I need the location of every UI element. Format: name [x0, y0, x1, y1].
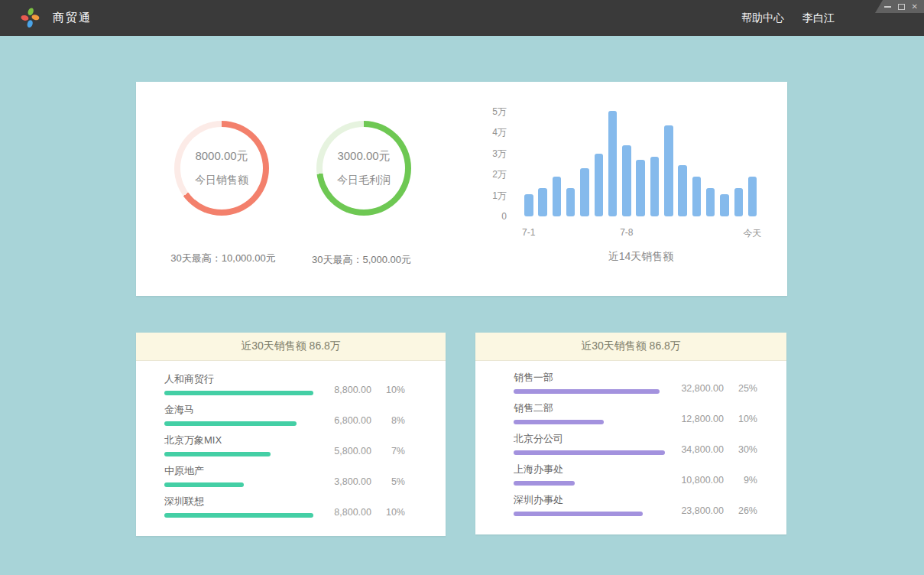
row-name: 销售一部	[514, 370, 757, 384]
row-values: 8,800.0010%	[334, 507, 405, 518]
row-values: 34,800.0030%	[681, 444, 757, 455]
app-title: 商贸通	[53, 11, 92, 25]
row-bar	[514, 481, 575, 486]
y-axis-tick: 1万	[465, 190, 507, 201]
titlebar: 商贸通 帮助中心 李白江 ✕	[0, 0, 924, 36]
sales-bar-day-14	[706, 188, 715, 216]
app-logo-pinwheel-icon	[20, 7, 41, 29]
x-axis-tick: 7-8	[620, 227, 633, 238]
row-percent: 25%	[733, 383, 757, 394]
y-axis-tick: 2万	[465, 169, 507, 180]
list-row: 销售一部32,800.0025%	[514, 370, 757, 401]
row-amount: 34,800.00	[681, 444, 724, 455]
window-controls: ✕	[875, 0, 924, 13]
gauge-inner: 3000.00元 今日毛利润	[323, 127, 405, 210]
row-amount: 23,800.00	[681, 505, 724, 516]
x-axis-tick: 今天	[744, 227, 762, 240]
username-menu[interactable]: 李白江	[802, 11, 835, 25]
daily-sales-plot	[524, 109, 757, 216]
row-percent: 7%	[381, 446, 405, 456]
row-name: 北京万象MIX	[164, 433, 405, 447]
sales-bar-day-6	[595, 154, 604, 216]
list-row: 北京万象MIX5,800.007%	[164, 433, 405, 463]
row-amount: 6,800.00	[334, 415, 371, 426]
row-bar	[514, 450, 665, 455]
gauge-inner: 8000.00元 今日销售额	[180, 127, 263, 210]
close-icon[interactable]: ✕	[912, 3, 918, 11]
row-percent: 30%	[733, 444, 757, 455]
list-row: 人和商贸行8,800.0010%	[164, 372, 405, 402]
today-profit-label: 今日毛利润	[337, 174, 391, 187]
row-bar	[164, 421, 297, 426]
row-percent: 26%	[733, 505, 757, 516]
list-row: 销售二部12,800.0010%	[514, 401, 757, 431]
row-amount: 5,800.00	[334, 446, 371, 456]
row-bar	[514, 389, 660, 394]
sales-bar-day-12	[678, 165, 687, 216]
row-bar	[164, 452, 271, 456]
row-name: 金海马	[164, 402, 405, 416]
row-values: 5,800.007%	[334, 446, 405, 456]
customer-sales-list: 人和商贸行8,800.0010%金海马6,800.008%北京万象MIX5,80…	[136, 361, 446, 525]
sales-bar-day-1	[524, 194, 533, 216]
row-name: 上海办事处	[514, 462, 757, 476]
row-percent: 10%	[381, 385, 405, 395]
today-profit-gauge: 3000.00元 今日毛利润	[316, 121, 411, 216]
row-name: 人和商贸行	[164, 372, 405, 385]
list-row: 金海马6,800.008%	[164, 402, 405, 433]
customer-sales-panel: 近30天销售额 86.8万 人和商贸行8,800.0010%金海马6,800.0…	[136, 333, 446, 536]
sales-bar-day-4	[566, 188, 575, 216]
row-percent: 10%	[733, 414, 757, 424]
sales-bar-day-11	[664, 125, 673, 216]
sales-bar-day-7	[608, 111, 618, 216]
row-amount: 12,800.00	[681, 414, 724, 424]
row-name: 深圳办事处	[514, 492, 757, 506]
daily-sales-y-axis: 01万2万3万4万5万	[465, 109, 507, 216]
row-amount: 10,800.00	[681, 475, 724, 486]
today-profit-value: 3000.00元	[337, 149, 390, 164]
row-values: 32,800.0025%	[681, 383, 757, 394]
row-amount: 8,800.00	[334, 385, 371, 395]
row-values: 8,800.0010%	[334, 385, 405, 395]
daily-sales-chart-title: 近14天销售额	[524, 250, 757, 264]
sales-bar-day-15	[720, 194, 729, 216]
row-name: 北京分公司	[514, 431, 757, 445]
x-axis-tick: 7-1	[522, 227, 535, 238]
list-row: 深圳办事处23,800.0026%	[514, 492, 757, 523]
y-axis-tick: 0	[465, 211, 507, 222]
maximize-icon[interactable]	[898, 4, 905, 10]
department-panel-title: 近30天销售额 86.8万	[475, 333, 786, 361]
sales-bar-day-5	[580, 168, 589, 216]
sales-bar-day-2	[538, 188, 547, 216]
y-axis-tick: 5万	[465, 106, 507, 117]
row-name: 销售二部	[514, 401, 757, 414]
list-row: 上海办事处10,800.009%	[514, 462, 757, 492]
today-sales-gauge: 8000.00元 今日销售额	[174, 121, 269, 216]
department-sales-panel: 近30天销售额 86.8万 销售一部32,800.0025%销售二部12,800…	[475, 333, 786, 534]
today-profit-30day-max: 30天最高：5,000.00元	[277, 253, 446, 267]
row-bar	[514, 512, 643, 516]
row-bar	[164, 391, 313, 395]
row-percent: 5%	[381, 476, 405, 487]
overview-panel: 8000.00元 今日销售额 30天最高：10,000.00元 3000.00元…	[136, 82, 787, 296]
customer-panel-title: 近30天销售额 86.8万	[136, 333, 446, 361]
row-bar	[164, 482, 244, 487]
row-values: 10,800.009%	[681, 475, 757, 486]
help-center-link[interactable]: 帮助中心	[741, 11, 784, 25]
daily-sales-x-axis: 7-17-8今天	[524, 227, 757, 239]
row-values: 6,800.008%	[334, 415, 405, 426]
today-sales-label: 今日销售额	[195, 174, 248, 187]
sales-bar-day-9	[636, 160, 645, 216]
row-percent: 10%	[381, 507, 405, 518]
row-amount: 8,800.00	[334, 507, 371, 518]
row-name: 深圳联想	[164, 494, 405, 508]
sales-bar-day-17	[748, 177, 757, 216]
row-amount: 3,800.00	[334, 476, 371, 487]
row-percent: 8%	[381, 415, 405, 426]
department-sales-list: 销售一部32,800.0025%销售二部12,800.0010%北京分公司34,…	[475, 361, 786, 523]
minimize-icon[interactable]	[884, 6, 891, 8]
row-values: 3,800.005%	[334, 476, 405, 487]
y-axis-tick: 4万	[465, 127, 507, 138]
list-row: 中原地产3,800.005%	[164, 463, 405, 494]
sales-bar-day-10	[650, 157, 660, 216]
